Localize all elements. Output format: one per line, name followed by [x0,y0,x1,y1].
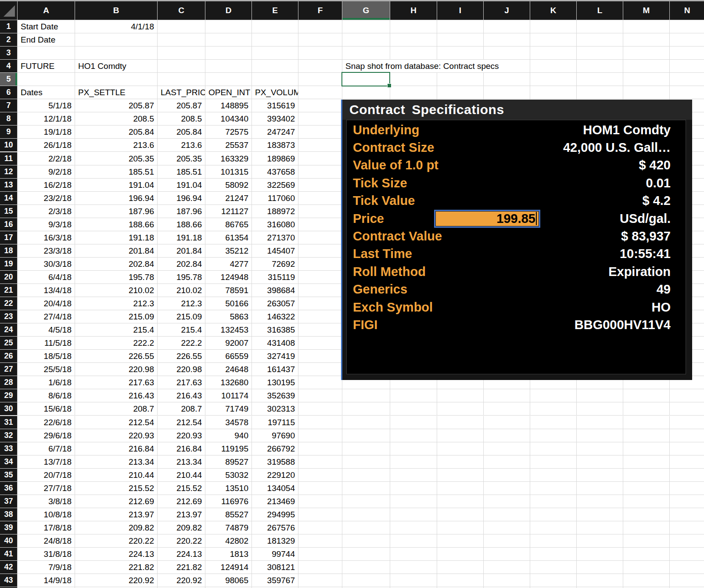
cell-H33[interactable] [390,442,437,455]
cell-K36[interactable] [530,482,577,495]
cell-A39[interactable]: 17/8/18 [18,521,75,534]
cell-C35[interactable]: 210.44 [158,469,205,482]
cell-N35[interactable] [670,469,704,482]
cell-N1[interactable] [670,20,704,33]
cell-D12[interactable]: 101315 [205,165,252,179]
cell-E4[interactable] [252,60,298,73]
row-header-17[interactable]: 17 [0,231,18,244]
cell-A13[interactable]: 16/2/18 [18,179,75,192]
cell-B24[interactable]: 215.4 [75,323,158,337]
cell-F11[interactable] [298,152,342,165]
cell-H34[interactable] [390,455,437,469]
cell-B26[interactable]: 226.55 [75,350,158,363]
cell-A28[interactable]: 1/6/18 [18,376,75,389]
cell-B20[interactable]: 195.78 [75,271,158,284]
cell-H42[interactable] [390,561,437,574]
cell-I34[interactable] [437,455,484,469]
cell-C39[interactable]: 209.82 [158,521,205,534]
cell-C32[interactable]: 220.93 [158,429,205,442]
cell-E6[interactable]: PX_VOLUME [252,86,298,99]
cell-C14[interactable]: 196.94 [158,192,205,205]
cell-B33[interactable]: 216.84 [75,442,158,455]
cell-C28[interactable]: 217.63 [158,376,205,389]
cell-J33[interactable] [484,442,530,455]
cell-D24[interactable]: 132453 [205,323,252,337]
cell-E10[interactable]: 183873 [252,139,298,152]
row-header-6[interactable]: 6 [0,86,18,99]
cell-J31[interactable] [484,416,530,429]
cell-G6[interactable] [342,86,390,99]
row-header-27[interactable]: 27 [0,363,18,376]
cell-F40[interactable] [298,534,342,548]
cell-M40[interactable] [623,534,670,548]
cell-A25[interactable]: 11/5/18 [18,337,75,350]
cell-K42[interactable] [530,561,577,574]
cell-E9[interactable]: 247247 [252,125,298,139]
cell-D37[interactable]: 116976 [205,495,252,508]
cell-F12[interactable] [298,165,342,179]
cell-F31[interactable] [298,416,342,429]
cell-A15[interactable]: 2/3/18 [18,205,75,218]
cell-D21[interactable]: 78591 [205,284,252,297]
cell-L41[interactable] [577,548,623,561]
row-header-28[interactable]: 28 [0,376,18,389]
row-header-37[interactable]: 37 [0,495,18,508]
column-header-H[interactable]: H [390,1,437,20]
cell-B22[interactable]: 212.3 [75,297,158,310]
row-header-1[interactable]: 1 [0,20,18,33]
cell-N3[interactable] [670,47,704,60]
cell-D7[interactable]: 148895 [205,99,252,112]
row-header-11[interactable]: 11 [0,152,18,165]
cell-A20[interactable]: 6/4/18 [18,271,75,284]
cell-L37[interactable] [577,495,623,508]
row-header-16[interactable]: 16 [0,218,18,231]
cell-B6[interactable]: PX_SETTLE [75,86,158,99]
cell-F32[interactable] [298,429,342,442]
cell-C7[interactable]: 205.87 [158,99,205,112]
cell-G40[interactable] [342,534,390,548]
cell-L40[interactable] [577,534,623,548]
cell-E14[interactable]: 117060 [252,192,298,205]
cell-D42[interactable]: 124914 [205,561,252,574]
cell-L32[interactable] [577,429,623,442]
cell-K39[interactable] [530,521,577,534]
cell-K35[interactable] [530,469,577,482]
cell-B7[interactable]: 205.87 [75,99,158,112]
cell-C23[interactable]: 215.09 [158,310,205,323]
column-header-B[interactable]: B [75,1,158,20]
row-header-15[interactable]: 15 [0,205,18,218]
cell-B14[interactable]: 196.94 [75,192,158,205]
cell-K4[interactable] [530,60,577,73]
cell-E36[interactable]: 134054 [252,482,298,495]
cell-J39[interactable] [484,521,530,534]
cell-B10[interactable]: 213.6 [75,139,158,152]
cell-A21[interactable]: 13/4/18 [18,284,75,297]
row-header-43[interactable]: 43 [0,574,18,587]
cell-I30[interactable] [437,402,484,416]
row-header-38[interactable]: 38 [0,508,18,521]
cell-L2[interactable] [577,33,623,47]
cell-J38[interactable] [484,508,530,521]
cell-E37[interactable]: 213469 [252,495,298,508]
cell-J42[interactable] [484,561,530,574]
cell-B32[interactable]: 220.93 [75,429,158,442]
cell-B29[interactable]: 216.43 [75,389,158,402]
cell-J37[interactable] [484,495,530,508]
cell-L38[interactable] [577,508,623,521]
cell-C42[interactable]: 221.82 [158,561,205,574]
cell-F13[interactable] [298,179,342,192]
cell-B42[interactable]: 221.82 [75,561,158,574]
cell-D43[interactable]: 98065 [205,574,252,587]
cell-E27[interactable]: 161437 [252,363,298,376]
cell-J40[interactable] [484,534,530,548]
cell-F38[interactable] [298,508,342,521]
cell-B28[interactable]: 217.63 [75,376,158,389]
cell-A11[interactable]: 2/2/18 [18,152,75,165]
cell-B12[interactable]: 185.51 [75,165,158,179]
cell-I43[interactable] [437,574,484,587]
cell-E1[interactable] [252,20,298,33]
cell-N43[interactable] [670,574,704,587]
cell-D41[interactable]: 1813 [205,548,252,561]
cell-B35[interactable]: 210.44 [75,469,158,482]
row-header-36[interactable]: 36 [0,482,18,495]
